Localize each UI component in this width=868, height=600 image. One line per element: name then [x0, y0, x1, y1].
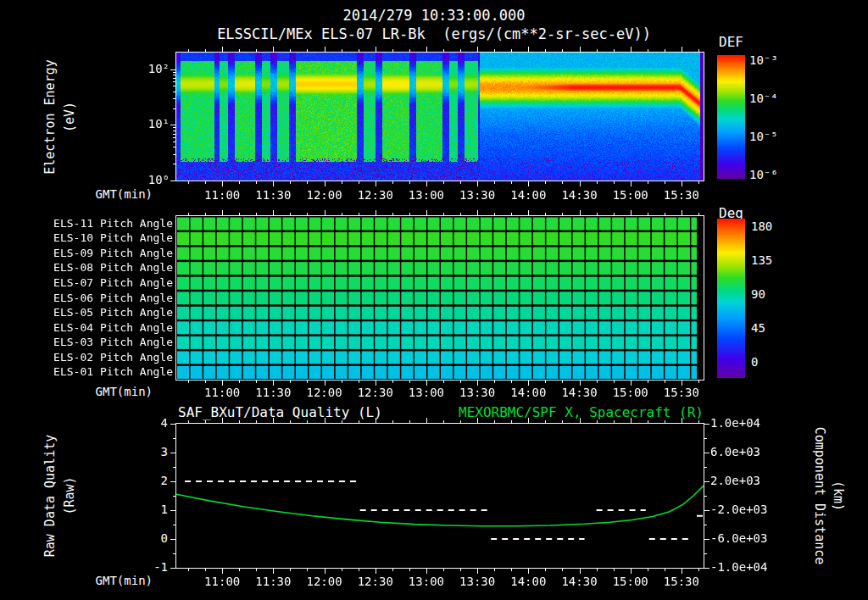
- time-tick-label: 12:00: [298, 386, 352, 399]
- pitch-row-label: ELS-06 Pitch Angle: [49, 292, 173, 304]
- quality-tick-label: 1: [124, 503, 168, 516]
- deg-tick-label: 135: [751, 253, 772, 267]
- def-colorbar-canvas: [717, 55, 745, 179]
- time-tick-label: 12:00: [298, 188, 352, 202]
- deg-colorbar-canvas: [717, 219, 745, 378]
- pitch-row-label: ELS-10 Pitch Angle: [49, 231, 173, 244]
- pitch-row-label: ELS-05 Pitch Angle: [49, 306, 173, 319]
- gmt-axis-label-3: GMT(min): [92, 574, 153, 587]
- energy-tick-label: 10⁰: [125, 173, 170, 186]
- energy-tick-label: 10¹: [125, 117, 170, 131]
- def-tick-label: 10⁻⁵: [749, 130, 778, 143]
- quality-distance-canvas: [168, 415, 712, 576]
- timestamp-title: 2014/279 10:33:00.000: [0, 7, 868, 24]
- def-tick-label: 10⁻⁴: [749, 92, 778, 105]
- plot-screen: 2014/279 10:33:00.000 ELSSCIL/MEx ELS-07…: [0, 0, 868, 600]
- pitch-row-label: ELS-01 Pitch Angle: [49, 365, 173, 378]
- time-tick-label: 15:30: [654, 575, 709, 588]
- component-distance-axis-label: Component Distance: [812, 427, 827, 565]
- deg-tick-label: 90: [751, 287, 765, 301]
- time-tick-label: 11:00: [195, 188, 249, 202]
- def-tick-label: 10⁻³: [749, 53, 778, 67]
- def-tick-label: 10⁻⁶: [749, 168, 778, 181]
- quality-tick-label: 2: [124, 474, 168, 487]
- time-tick-label: 14:30: [553, 386, 607, 399]
- time-tick-label: 12:30: [348, 188, 403, 202]
- time-tick-label: 13:30: [450, 386, 504, 399]
- time-tick-label: 14:00: [501, 575, 555, 588]
- pitch-row-label: ELS-02 Pitch Angle: [49, 351, 173, 364]
- time-tick-label: 13:00: [399, 188, 453, 202]
- gmt-axis-label-1: GMT(min): [92, 187, 153, 201]
- distance-tick-label: -6.0e+03: [710, 531, 767, 545]
- time-tick-label: 14:00: [501, 386, 555, 399]
- time-tick-label: 14:30: [553, 575, 607, 588]
- pitch-row-label: ELS-09 Pitch Angle: [49, 247, 173, 259]
- distance-tick-label: -2.0e+03: [710, 503, 767, 516]
- def-colorbar-title: DEF: [719, 34, 743, 50]
- time-tick-label: 11:30: [246, 575, 300, 588]
- gmt-axis-label-2: GMT(min): [92, 385, 153, 398]
- electron-energy-units-label: (eV): [62, 102, 77, 132]
- time-tick-label: 15:30: [654, 188, 709, 202]
- distance-tick-label: -1.0e+04: [710, 560, 767, 574]
- time-tick-label: 14:00: [501, 188, 555, 202]
- distance-tick-label: 2.0e+03: [710, 474, 760, 487]
- distance-tick-label: 1.0e+04: [710, 416, 760, 430]
- pitch-row-label: ELS-07 Pitch Angle: [49, 276, 173, 289]
- time-tick-label: 11:30: [246, 386, 300, 399]
- time-tick-label: 12:30: [348, 575, 403, 588]
- raw-data-quality-axis-label: Raw Data Quality: [42, 435, 58, 558]
- time-tick-label: 15:30: [654, 386, 709, 399]
- deg-tick-label: 180: [751, 219, 772, 233]
- distance-tick-label: 6.0e+03: [710, 445, 760, 458]
- time-tick-label: 13:30: [450, 575, 504, 588]
- time-tick-label: 15:00: [604, 575, 658, 588]
- quality-tick-label: 0: [124, 531, 168, 545]
- time-tick-label: 12:00: [298, 575, 352, 588]
- time-tick-label: 15:00: [604, 386, 658, 399]
- time-tick-label: 12:30: [348, 386, 403, 399]
- quality-tick-label: 4: [124, 416, 168, 430]
- time-tick-label: 11:30: [246, 188, 300, 202]
- pitch-row-label: ELS-03 Pitch Angle: [49, 336, 173, 348]
- raw-units-label: (Raw): [62, 476, 77, 514]
- time-tick-label: 13:30: [450, 188, 504, 202]
- time-tick-label: 13:00: [399, 386, 453, 399]
- quality-tick-label: 3: [124, 445, 168, 458]
- pitch-row-label: ELS-08 Pitch Angle: [49, 261, 173, 274]
- time-tick-label: 11:00: [195, 575, 249, 588]
- energy-tick-label: 10²: [125, 62, 170, 75]
- electron-energy-axis-label: Electron Energy: [42, 59, 58, 174]
- time-tick-label: 11:00: [195, 386, 249, 399]
- pitch-row-label: ELS-04 Pitch Angle: [49, 321, 173, 334]
- km-units-label: (km): [831, 481, 846, 511]
- time-tick-label: 13:00: [399, 575, 453, 588]
- deg-tick-label: 45: [751, 321, 765, 335]
- pitch-angle-canvas: [168, 208, 712, 388]
- quality-tick-label: -1: [124, 560, 168, 574]
- electron-energy-spectrogram-canvas: [168, 44, 712, 189]
- time-tick-label: 14:30: [553, 188, 607, 202]
- deg-tick-label: 0: [751, 355, 758, 369]
- pitch-row-label: ELS-11 Pitch Angle: [49, 217, 173, 230]
- time-tick-label: 15:00: [604, 188, 658, 202]
